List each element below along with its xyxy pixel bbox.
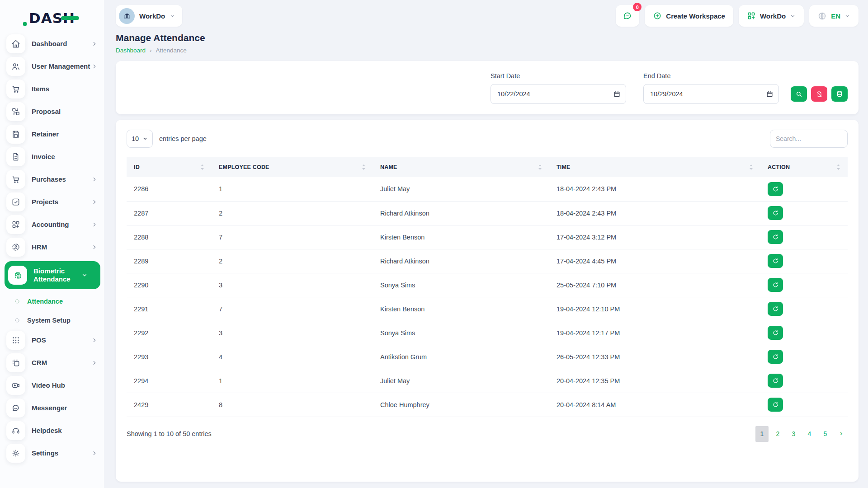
sidebar-item-hrm[interactable]: HRM	[6, 237, 98, 258]
workspace-avatar	[119, 8, 135, 24]
refresh-icon	[772, 401, 779, 408]
globe-icon	[817, 11, 827, 21]
column-header-action[interactable]: ACTION	[760, 157, 848, 177]
pagination-page-3[interactable]: 3	[787, 426, 800, 442]
sidebar-item-settings[interactable]: Settings	[6, 443, 98, 464]
sidebar-item-accounting[interactable]: Accounting	[6, 214, 98, 235]
workspace-switcher[interactable]: WorkDo	[116, 5, 182, 27]
end-date-input[interactable]	[643, 84, 779, 104]
sidebar-item-label: Dashboard	[32, 40, 91, 48]
brand-logo-dash	[61, 16, 79, 20]
plus-circle-icon	[653, 11, 662, 20]
language-menu-button[interactable]: EN	[809, 5, 859, 27]
column-header-id[interactable]: ID	[127, 157, 212, 177]
pagination-page-1[interactable]: 1	[755, 426, 769, 442]
entries-per-page-label: entries per page	[159, 135, 207, 142]
refresh-attendance-button[interactable]	[768, 182, 783, 196]
clear-filter-button[interactable]	[811, 86, 827, 102]
refresh-attendance-button[interactable]	[768, 374, 783, 388]
sort-icon[interactable]	[836, 164, 840, 170]
breadcrumb-dashboard-link[interactable]: Dashboard	[116, 47, 146, 54]
pagination-page-4[interactable]: 4	[803, 426, 816, 442]
cart-icon	[6, 80, 25, 99]
table-row: 22887Kirsten Benson17-04-2024 3:12 PM	[127, 225, 848, 249]
refresh-attendance-button[interactable]	[768, 278, 783, 292]
sidebar-item-label: Invoice	[32, 153, 98, 161]
refresh-attendance-button[interactable]	[768, 230, 783, 244]
sidebar-item-invoice[interactable]: Invoice	[6, 146, 98, 167]
breadcrumb-separator: ›	[150, 47, 152, 54]
brand-logo[interactable]: DASH	[6, 5, 98, 31]
column-header-employee-code[interactable]: EMPLOYEE CODE	[212, 157, 373, 177]
sidebar-item-retainer[interactable]: Retainer	[6, 124, 98, 145]
refresh-attendance-button[interactable]	[768, 350, 783, 364]
search-input[interactable]	[770, 130, 848, 148]
brand-logo-dot	[23, 22, 27, 26]
save-icon	[6, 125, 25, 144]
sidebar-item-label: Accounting	[32, 221, 91, 229]
sidebar-item-pos[interactable]: POS	[6, 330, 98, 351]
sidebar-subitem-attendance[interactable]: Attendance	[6, 292, 98, 311]
column-header-name[interactable]: NAME	[373, 157, 549, 177]
sidebar-item-video-hub[interactable]: Video Hub	[6, 375, 98, 396]
start-date-input[interactable]	[491, 84, 626, 104]
sidebar-menu: Dashboard User Management Items	[6, 33, 98, 465]
calendar-icon[interactable]	[766, 90, 774, 98]
refresh-icon	[772, 377, 779, 384]
chevron-right-icon	[91, 63, 98, 70]
sort-icon[interactable]	[538, 164, 542, 170]
sidebar-item-items[interactable]: Items	[6, 79, 98, 99]
sidebar-item-dashboard[interactable]: Dashboard	[6, 33, 98, 54]
sort-icon[interactable]	[362, 164, 366, 170]
pagination-next-button[interactable]: ›	[835, 426, 848, 442]
create-workspace-button[interactable]: Create Workspace	[645, 5, 733, 27]
sidebar: DASH Dashboard User Management	[0, 0, 104, 488]
sidebar-subitem-system-setup[interactable]: System Setup	[6, 311, 98, 330]
table-row: 24298Chloe Humphrey20-04-2024 8:14 AM	[127, 393, 848, 417]
sidebar-item-projects[interactable]: Projects	[6, 192, 98, 212]
table-row: 22903Sonya Sims25-05-2024 7:10 PM	[127, 273, 848, 297]
sidebar-item-crm[interactable]: CRM	[6, 352, 98, 373]
chevron-right-icon	[91, 244, 98, 250]
swap-boxes-icon	[6, 102, 25, 121]
sidebar-item-purchases[interactable]: Purchases	[6, 169, 98, 190]
filter-card: Start Date End Date	[116, 61, 859, 114]
refresh-attendance-button[interactable]	[768, 326, 783, 340]
chevron-down-icon	[142, 136, 148, 141]
chevron-right-icon	[91, 450, 98, 456]
column-header-time[interactable]: TIME	[549, 157, 760, 177]
table-toolbar: 10 entries per page	[127, 130, 848, 148]
sidebar-item-biometric-attendance[interactable]: Biometric Attendance	[5, 261, 100, 289]
chevron-right-icon	[91, 199, 98, 205]
pagination-page-5[interactable]: 5	[819, 426, 832, 442]
sidebar-subitem-label: Attendance	[27, 298, 63, 305]
pagination-page-2[interactable]: 2	[771, 426, 784, 442]
workspace-name: WorkDo	[139, 12, 165, 20]
home-icon	[6, 34, 25, 53]
calendar-icon[interactable]	[613, 90, 621, 98]
attendance-table: ID EMPLOYEE CODE NAME TIME ACTION 22861J…	[127, 157, 848, 417]
refresh-attendance-button[interactable]	[768, 398, 783, 412]
sync-attendance-button[interactable]	[831, 86, 848, 102]
refresh-attendance-button[interactable]	[768, 254, 783, 268]
sidebar-item-user-management[interactable]: User Management	[6, 56, 98, 77]
sidebar-subitem-label: System Setup	[27, 317, 71, 324]
chevron-right-icon	[91, 360, 98, 366]
sidebar-item-label: Projects	[32, 198, 91, 206]
sidebar-item-label: Helpdesk	[32, 427, 98, 435]
sidebar-item-helpdesk[interactable]: Helpdesk	[6, 420, 98, 441]
sidebar-item-proposal[interactable]: Proposal	[6, 101, 98, 122]
refresh-attendance-button[interactable]	[768, 302, 783, 316]
circle-icon	[14, 299, 20, 304]
entries-per-page-select[interactable]: 10	[127, 130, 153, 148]
end-date-label: End Date	[643, 72, 779, 80]
apps-grid-icon	[747, 11, 756, 20]
apply-filter-button[interactable]	[791, 86, 807, 102]
refresh-attendance-button[interactable]	[768, 206, 783, 220]
messages-button[interactable]: 0	[616, 5, 639, 27]
sort-icon[interactable]	[200, 164, 204, 170]
sort-icon[interactable]	[749, 164, 753, 170]
end-date-field: End Date	[643, 72, 779, 104]
sidebar-item-messenger[interactable]: Messenger	[6, 398, 98, 418]
app-menu-button[interactable]: WorkDo	[739, 5, 804, 27]
